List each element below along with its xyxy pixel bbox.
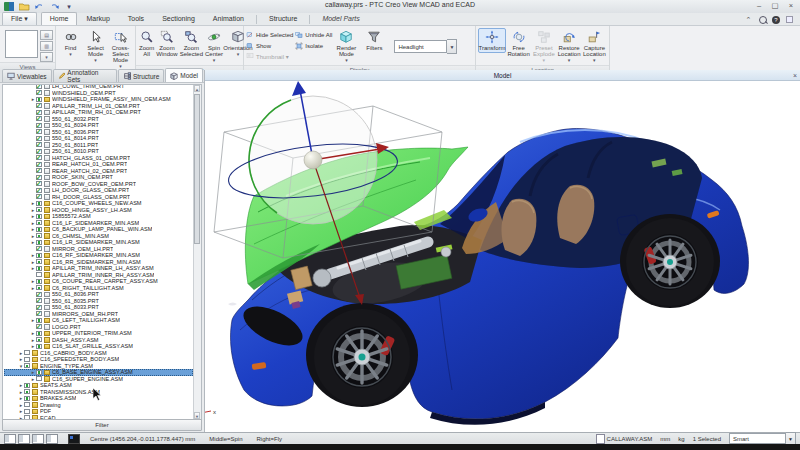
tree-checkbox[interactable] (36, 142, 42, 147)
tree-checkbox[interactable] (36, 188, 42, 193)
tree-checkbox[interactable] (36, 149, 42, 154)
tab-model-parts[interactable]: Model Parts (313, 12, 368, 25)
cross-select-mode-button[interactable]: Cross-Select Mode▾ (108, 28, 133, 71)
tree-checkbox[interactable] (24, 402, 30, 407)
views-mini-button-3[interactable]: ▾ (40, 52, 53, 62)
zoom-window-button[interactable]: Zoom Window (155, 28, 178, 59)
render-style-dropdown[interactable]: Headlight▼ (394, 39, 457, 54)
render-mode-button[interactable]: Render Mode▾ (332, 28, 360, 65)
isolate-button[interactable]: Isolate (295, 41, 332, 52)
minimize-button[interactable]: – (754, 1, 764, 10)
thumbnail-toggle-icon[interactable] (68, 434, 80, 444)
3d-scene[interactable]: z x y (205, 80, 800, 432)
tree-checkbox[interactable] (36, 259, 42, 264)
tree-checkbox[interactable] (36, 84, 42, 89)
capture-location-button[interactable]: Capture Location▾ (582, 28, 607, 65)
views-mini-button-1[interactable]: ▤ (40, 30, 53, 40)
manipulator-center-ball[interactable] (304, 151, 322, 169)
scroll-down-icon[interactable]: ▼ (194, 412, 200, 419)
tree-checkbox[interactable] (24, 389, 30, 394)
layout-icon-2[interactable] (18, 434, 30, 444)
tree-checkbox[interactable] (36, 162, 42, 167)
views-thumbnail-box[interactable] (5, 30, 38, 58)
tree-checkbox[interactable] (36, 253, 42, 258)
tree-checkbox[interactable] (36, 136, 42, 141)
scrollbar-thumb[interactable] (194, 94, 200, 244)
tree-item[interactable]: ▸WINDSHIELD_FRAME_ASSY_MIN_OEM.ASM (4, 96, 193, 103)
panel-tab-annotation-sets[interactable]: Annotation Sets (53, 69, 117, 82)
views-mini-button-2[interactable]: ▥ (40, 41, 53, 51)
tree-checkbox[interactable] (36, 227, 42, 232)
select-mode-button[interactable]: Select Mode▾ (83, 28, 108, 65)
unhide-all-button[interactable]: Unhide All (295, 30, 332, 41)
find-button[interactable]: Find▾ (58, 28, 83, 59)
tab-structure[interactable]: Structure (260, 12, 306, 25)
tree-checkbox[interactable] (36, 110, 42, 115)
filters-button[interactable]: Filters (360, 28, 388, 53)
tree-checkbox[interactable] (36, 311, 42, 316)
tree-checkbox[interactable] (24, 363, 30, 368)
tree-checkbox[interactable] (24, 357, 30, 362)
tree-checkbox[interactable] (24, 350, 30, 355)
restore-location-button[interactable]: Restore Location▾ (557, 28, 582, 65)
panel-tab-model[interactable]: Model (165, 68, 203, 82)
tree-checkbox[interactable] (36, 155, 42, 160)
tree-checkbox[interactable] (36, 168, 42, 173)
tree-checkbox[interactable] (36, 285, 42, 290)
tree-checkbox[interactable] (36, 305, 42, 310)
tree-checkbox[interactable] (24, 409, 30, 414)
thumbnail-button[interactable]: Thumbnail ▾ (246, 51, 293, 62)
tree-checkbox[interactable] (36, 129, 42, 134)
tab-animation[interactable]: Animation (204, 12, 253, 25)
tree-checkbox[interactable] (36, 376, 42, 381)
tree-checkbox[interactable] (36, 175, 42, 180)
zoom-all-button[interactable]: Zoom All (138, 28, 155, 59)
preset-explode-button[interactable]: Preset Explode▾ (531, 28, 556, 65)
close-button[interactable]: × (786, 1, 796, 10)
tree-checkbox[interactable] (36, 298, 42, 303)
tab-sectioning[interactable]: Sectioning (153, 12, 204, 25)
tree-scrollbar[interactable]: ▲ ▼ (193, 85, 201, 419)
tab-home[interactable]: Home (41, 12, 78, 25)
tab-markup[interactable]: Markup (77, 12, 118, 25)
filter-button[interactable]: Filter (2, 419, 202, 431)
tree-checkbox[interactable] (36, 233, 42, 238)
panel-tab-structure[interactable]: Structure (118, 69, 164, 82)
tree-checkbox[interactable] (36, 292, 42, 297)
panel-tab-viewables[interactable]: Viewables (2, 69, 52, 82)
tree-checkbox[interactable] (36, 90, 42, 95)
tree-checkbox[interactable] (36, 201, 42, 206)
tree-checkbox[interactable] (36, 207, 42, 212)
tree-checkbox[interactable] (36, 181, 42, 186)
tree-checkbox[interactable] (36, 220, 42, 225)
tree-checkbox[interactable] (24, 383, 30, 388)
tab-tools[interactable]: Tools (119, 12, 153, 25)
transform-button[interactable]: Transform (478, 28, 506, 53)
tree-checkbox[interactable] (36, 116, 42, 121)
tree-checkbox[interactable] (36, 103, 42, 108)
tree-checkbox[interactable] (24, 396, 30, 401)
free-rotation-button[interactable]: Free Rotation (506, 28, 531, 59)
tree-checkbox[interactable] (36, 344, 42, 349)
tree-checkbox[interactable] (36, 272, 42, 277)
show-button[interactable]: Show (246, 41, 293, 52)
help-icon[interactable]: ? (772, 16, 780, 24)
scroll-up-icon[interactable]: ▲ (194, 85, 200, 92)
tree-checkbox[interactable] (36, 240, 42, 245)
tree-checkbox[interactable] (36, 324, 42, 329)
collapse-ribbon-icon[interactable]: ⌃ (744, 15, 753, 24)
layout-icon-1[interactable] (4, 434, 16, 444)
tree-checkbox[interactable] (36, 246, 42, 251)
tree-checkbox[interactable] (36, 214, 42, 219)
tree-checkbox[interactable] (36, 123, 42, 128)
3d-viewport[interactable]: Model × (205, 70, 800, 432)
tree-checkbox[interactable] (36, 337, 42, 342)
tree-checkbox[interactable] (36, 266, 42, 271)
tree-checkbox[interactable] (36, 370, 42, 375)
hide-selected-button[interactable]: Hide Selected (246, 30, 293, 41)
search-icon[interactable] (758, 15, 767, 24)
zoom-selected-button[interactable]: Zoom Selected (179, 28, 204, 59)
window-style-icon[interactable] (785, 15, 794, 24)
tree-checkbox[interactable] (36, 331, 42, 336)
tree-checkbox[interactable] (36, 318, 42, 323)
